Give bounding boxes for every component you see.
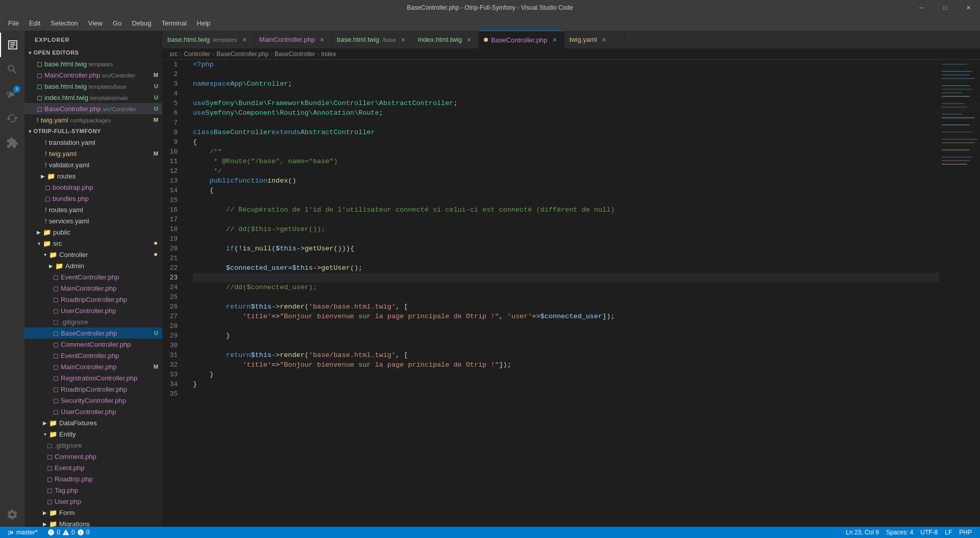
code-line-33: } xyxy=(193,370,939,379)
tab-close-5[interactable]: × xyxy=(551,36,559,44)
code-content[interactable]: <?php namespace App\Controller; use Symf… xyxy=(188,60,939,527)
tree-roadtripcontroller2[interactable]: ◻ RoadtripController.php xyxy=(24,383,162,395)
tree-src-folder[interactable]: ▾ 📁 src xyxy=(24,238,162,249)
open-editors-arrow: ▾ xyxy=(29,50,32,56)
folder-icon4: 📁 xyxy=(49,251,57,259)
open-editor-twig-yaml[interactable]: ! twig.yaml config/packages M xyxy=(24,114,162,125)
open-editor-index-twig[interactable]: ◻ index.html.twig templates/main U xyxy=(24,92,162,103)
tab-close-6[interactable]: × xyxy=(600,36,608,44)
tree-bootstrap-php[interactable]: ◻ bootstrap.php xyxy=(24,182,162,193)
close-button[interactable]: ✕ xyxy=(957,0,980,15)
tree-user-php[interactable]: ◻ User.php xyxy=(24,496,162,507)
breadcrumb-controller[interactable]: Controller xyxy=(184,50,210,58)
tree-event-php[interactable]: ◻ Event.php xyxy=(24,462,162,473)
svg-rect-10 xyxy=(942,114,962,115)
status-errors[interactable]: 0 0 0 xyxy=(45,527,91,538)
tab-index-html-twig[interactable]: index.html.twig × xyxy=(413,31,479,48)
tree-entity-folder[interactable]: ▾ 📁 Entity xyxy=(24,428,162,440)
tree-datafixtures-folder[interactable]: ▶ 📁 DataFixtures xyxy=(24,417,162,428)
menu-go[interactable]: Go xyxy=(109,17,126,29)
tree-twig-yaml[interactable]: ! twig.yaml M xyxy=(24,148,162,159)
tree-usercontroller[interactable]: ◻ UserController.php xyxy=(24,305,162,316)
open-editors-header[interactable]: ▾ Open Editors xyxy=(24,47,162,58)
tree-eventcontroller2[interactable]: ◻ EventController.php xyxy=(24,350,162,361)
tab-base-html-twig-base[interactable]: base.html.twig /base × xyxy=(332,31,413,48)
open-editor-base-twig-base[interactable]: ◻ base.html.twig templates/base U xyxy=(24,81,162,92)
folder-icon9: 📁 xyxy=(49,520,57,527)
menu-debug[interactable]: Debug xyxy=(128,17,155,29)
tab-maincontroller[interactable]: MainController.php × xyxy=(254,31,332,48)
source-control-icon[interactable]: 7 xyxy=(0,82,24,106)
breadcrumb-basecontroller-class[interactable]: BaseController xyxy=(275,50,315,58)
code-line-29: } xyxy=(193,331,939,341)
tree-comment-php[interactable]: ◻ Comment.php xyxy=(24,451,162,462)
source-control-badge: 7 xyxy=(13,86,20,93)
search-icon[interactable] xyxy=(0,57,24,82)
tab-close-2[interactable]: × xyxy=(318,36,326,44)
tree-controller-folder[interactable]: ▾ 📁 Controller xyxy=(24,249,162,260)
tree-translation-yaml[interactable]: ! translation.yaml xyxy=(24,137,162,148)
tree-entity-gitignore[interactable]: ◻ .gitignore xyxy=(24,440,162,451)
menu-help[interactable]: Help xyxy=(193,17,215,29)
menu-file[interactable]: File xyxy=(4,17,23,29)
tree-usercontroller2[interactable]: ◻ UserController.php xyxy=(24,406,162,417)
tree-validator-yaml[interactable]: ! validator.yaml xyxy=(24,159,162,170)
tree-registrationcontroller[interactable]: ◻ RegistrationController.php xyxy=(24,372,162,383)
breadcrumb-src[interactable]: src xyxy=(169,50,178,58)
tree-roadtrip-php[interactable]: ◻ Roadtrip.php xyxy=(24,473,162,484)
tree-commentcontroller[interactable]: ◻ CommentController.php xyxy=(24,339,162,350)
tree-routes-folder[interactable]: ▶ 📁 routes xyxy=(24,170,162,182)
tree-eventcontroller[interactable]: ◻ EventController.php xyxy=(24,271,162,283)
breadcrumb-index[interactable]: index xyxy=(321,50,336,58)
tree-services-yaml[interactable]: ! services.yaml xyxy=(24,215,162,226)
php-file-icon: ◻ xyxy=(37,71,42,79)
status-encoding[interactable]: UTF-8 xyxy=(917,527,941,538)
extensions-icon[interactable] xyxy=(0,131,24,155)
tree-routes-yaml[interactable]: ! routes.yaml xyxy=(24,204,162,215)
tab-close-3[interactable]: × xyxy=(399,36,407,44)
tab-twig-yaml[interactable]: twig.yaml × xyxy=(565,31,626,48)
code-line-20: if(!is_null($this->getUser())){ xyxy=(193,244,939,253)
status-line-endings[interactable]: LF xyxy=(942,527,955,538)
code-line-32: 'title' => "Bonjour bienvenue sur la pag… xyxy=(193,360,939,370)
tree-tag-php[interactable]: ◻ Tag.php xyxy=(24,484,162,496)
tab-close-1[interactable]: × xyxy=(240,36,249,44)
open-editor-basecontroller[interactable]: ◻ BaseController.php src/Controller U xyxy=(24,103,162,114)
code-line-35 xyxy=(193,389,939,399)
settings-icon[interactable] xyxy=(0,502,24,527)
tree-basecontroller[interactable]: ◻ BaseController.php U xyxy=(24,327,162,339)
tab-base-html-twig-templates[interactable]: base.html.twig templates × xyxy=(162,31,254,48)
php-icon16: ◻ xyxy=(47,464,53,472)
open-editor-base-twig-templates[interactable]: ◻ base.html.twig templates xyxy=(24,58,162,69)
status-branch[interactable]: master* xyxy=(5,527,39,538)
project-header[interactable]: ▾ OTRIP-FULL-SYMFONY xyxy=(24,125,162,137)
menu-terminal[interactable]: Terminal xyxy=(157,17,190,29)
tab-close-4[interactable]: × xyxy=(465,36,473,44)
status-cursor[interactable]: Ln 23, Col 9 xyxy=(843,527,882,538)
tree-maincontroller[interactable]: ◻ MainController.php xyxy=(24,283,162,294)
tree-admin-folder[interactable]: ▶ 📁 Admin xyxy=(24,260,162,271)
explorer-icon[interactable] xyxy=(0,33,24,57)
tree-migrations-folder[interactable]: ▶ 📁 Migrations xyxy=(24,518,162,527)
tree-gitignore[interactable]: ◻ .gitignore xyxy=(24,316,162,327)
debug-icon[interactable] xyxy=(0,106,24,131)
code-line-4 xyxy=(193,89,939,98)
minimize-button[interactable]: ─ xyxy=(910,0,933,15)
tree-bundles-php[interactable]: ◻ bundles.php xyxy=(24,193,162,204)
tree-roadtripcontroller[interactable]: ◻ RoadtripController.php xyxy=(24,294,162,305)
tree-form-folder[interactable]: ▶ 📁 Form xyxy=(24,507,162,518)
status-spaces[interactable]: Spaces: 4 xyxy=(883,527,916,538)
menu-view[interactable]: View xyxy=(84,17,107,29)
breadcrumb-basecontroller-php[interactable]: BaseController.php xyxy=(216,50,268,58)
status-language[interactable]: PHP xyxy=(956,527,975,538)
tab-basecontroller[interactable]: BaseController.php × xyxy=(479,31,565,48)
tree-maincontroller2[interactable]: ◻ MainController.php M xyxy=(24,361,162,372)
tree-securitycontroller[interactable]: ◻ SecurityController.php xyxy=(24,395,162,406)
php-icon19: ◻ xyxy=(47,498,53,505)
menu-selection[interactable]: Selection xyxy=(46,17,82,29)
php-icon8: ◻ xyxy=(53,341,59,348)
open-editor-maincontroller[interactable]: ◻ MainController.php src/Controller M xyxy=(24,69,162,81)
menu-edit[interactable]: Edit xyxy=(25,17,44,29)
maximize-button[interactable]: □ xyxy=(933,0,957,15)
tree-public-folder[interactable]: ▶ 📁 public xyxy=(24,226,162,238)
